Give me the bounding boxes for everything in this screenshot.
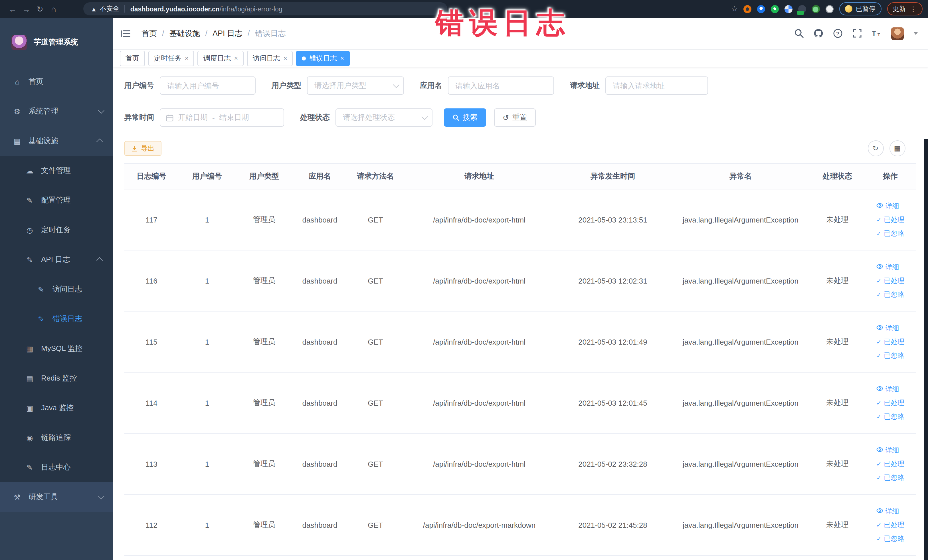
action-detail[interactable]: 详细 xyxy=(876,445,899,455)
extension-icon-3[interactable] xyxy=(771,5,779,13)
close-tab-icon[interactable]: × xyxy=(234,55,238,62)
action-ignored[interactable]: ✓已忽略 xyxy=(876,290,904,299)
sidebar-item-home[interactable]: ⌂首页 xyxy=(0,67,113,96)
cell-method: GET xyxy=(347,311,404,372)
sidebar-item-config-mgmt[interactable]: ✎配置管理 xyxy=(0,185,113,215)
action-detail[interactable]: 详细 xyxy=(876,507,899,516)
tab-调度日志[interactable]: 调度日志× xyxy=(198,50,244,66)
action-processed[interactable]: ✓已处理 xyxy=(876,459,904,469)
action-processed[interactable]: ✓已处理 xyxy=(876,276,904,285)
bookmark-star-icon[interactable]: ☆ xyxy=(731,5,738,13)
extension-icon-7[interactable] xyxy=(826,5,833,13)
column-header: 处理状态 xyxy=(810,163,864,189)
cloud-icon: ☁ xyxy=(25,166,34,175)
address-bar[interactable]: ▲ 不安全 dashboard.yudao.iocoder.cn/infra/l… xyxy=(83,2,447,15)
date-range-picker[interactable]: 开始日期 - 结束日期 xyxy=(160,108,284,127)
home-icon[interactable]: ⌂ xyxy=(47,4,61,14)
close-tab-icon[interactable]: × xyxy=(340,55,344,62)
tab-首页[interactable]: 首页 xyxy=(120,50,145,66)
extension-icon-5[interactable] xyxy=(798,5,806,13)
action-processed[interactable]: ✓已处理 xyxy=(876,215,904,224)
browser-menu-icon[interactable]: ⋮ xyxy=(910,5,917,13)
app-name-input[interactable] xyxy=(448,76,554,95)
action-processed[interactable]: ✓已处理 xyxy=(876,337,904,346)
cell-status: 未处理 xyxy=(810,433,864,494)
action-ignored[interactable]: ✓已忽略 xyxy=(876,351,904,360)
doc-icon: ✎ xyxy=(25,255,34,264)
collapse-sidebar-icon[interactable] xyxy=(120,27,131,39)
action-detail[interactable]: 详细 xyxy=(876,201,899,211)
reload-icon[interactable]: ↻ xyxy=(33,4,47,14)
sidebar-item-trace[interactable]: ◉链路追踪 xyxy=(0,423,113,452)
breadcrumb-item[interactable]: 首页 xyxy=(142,28,157,38)
sidebar-item-access-log[interactable]: ✎访问日志 xyxy=(0,275,113,304)
scrollbar-thumb[interactable] xyxy=(924,139,928,560)
sidebar-item-system-mgmt[interactable]: ⚙系统管理 xyxy=(0,96,113,126)
reset-button[interactable]: ↺ 重置 xyxy=(494,108,536,127)
action-ignored[interactable]: ✓已忽略 xyxy=(876,412,904,421)
sidebar-item-scheduled-jobs[interactable]: ◷定时任务 xyxy=(0,215,113,245)
search-icon[interactable] xyxy=(794,29,804,38)
extension-icon-6[interactable] xyxy=(812,5,820,13)
refresh-button[interactable]: ↻ xyxy=(867,140,884,156)
eye-icon xyxy=(876,446,883,455)
back-icon[interactable]: ← xyxy=(6,4,20,14)
font-size-icon[interactable]: T T xyxy=(872,29,881,38)
action-label: 详细 xyxy=(885,507,899,516)
user-type-select[interactable]: 请选择用户类型 xyxy=(307,76,404,95)
sidebar-item-log-center[interactable]: ✎日志中心 xyxy=(0,452,113,482)
forward-icon[interactable]: → xyxy=(20,4,33,14)
action-ignored[interactable]: ✓已忽略 xyxy=(876,229,904,238)
sidebar-item-label: 日志中心 xyxy=(41,462,71,472)
user-id-input[interactable] xyxy=(160,76,256,95)
cell-status: 未处理 xyxy=(810,189,864,250)
paused-extension-button[interactable]: 已暂停 xyxy=(839,2,881,15)
doc-icon: ✎ xyxy=(37,285,46,293)
request-url-input[interactable] xyxy=(605,76,708,95)
fullscreen-icon[interactable] xyxy=(852,29,862,38)
action-processed[interactable]: ✓已处理 xyxy=(876,520,904,530)
cell-url: /api/infra/db-doc/export-markdown xyxy=(404,494,554,555)
action-ignored[interactable]: ✓已忽略 xyxy=(876,473,904,482)
extension-icon-2[interactable] xyxy=(757,5,765,13)
export-button[interactable]: 导出 xyxy=(124,141,162,156)
process-status-select[interactable]: 请选择处理状态 xyxy=(336,108,432,127)
sidebar-item-api-log[interactable]: ✎API 日志 xyxy=(0,245,113,275)
sidebar-item-java-monitor[interactable]: ▣Java 监控 xyxy=(0,393,113,423)
github-icon[interactable] xyxy=(814,29,823,38)
sidebar-item-label: 首页 xyxy=(29,76,43,87)
doc-icon: ✎ xyxy=(37,315,46,323)
breadcrumb-item[interactable]: 基础设施 xyxy=(169,28,200,38)
column-header: 异常发生时间 xyxy=(554,163,671,189)
sidebar-item-dev-tools[interactable]: ⚒研发工具 xyxy=(0,482,113,512)
extension-icon-1[interactable] xyxy=(743,5,751,13)
close-tab-icon[interactable]: × xyxy=(185,55,189,62)
sidebar-item-infrastructure[interactable]: ▤基础设施 xyxy=(0,126,113,156)
tab-访问日志[interactable]: 访问日志× xyxy=(247,50,293,66)
user-avatar[interactable] xyxy=(891,27,904,40)
sidebar-item-redis-monitor[interactable]: ▤Redis 监控 xyxy=(0,363,113,393)
action-label: 已处理 xyxy=(884,215,904,224)
cell-app_name: dashboard xyxy=(293,250,347,311)
tab-定时任务[interactable]: 定时任务× xyxy=(148,50,194,66)
sidebar-logo-row[interactable]: 芋道管理系统 xyxy=(0,18,113,67)
breadcrumb-item[interactable]: API 日志 xyxy=(212,28,243,38)
action-detail[interactable]: 详细 xyxy=(876,323,899,333)
extension-icon-4[interactable] xyxy=(785,5,792,13)
action-processed[interactable]: ✓已处理 xyxy=(876,398,904,407)
column-settings-button[interactable]: ▦ xyxy=(889,140,905,156)
range-end-placeholder: 结束日期 xyxy=(219,112,249,123)
action-detail[interactable]: 详细 xyxy=(876,384,899,394)
sidebar-item-file-mgmt[interactable]: ☁文件管理 xyxy=(0,156,113,185)
sidebar-item-error-log[interactable]: ✎错误日志 xyxy=(0,304,113,334)
sidebar-item-mysql-monitor[interactable]: ▦MySQL 监控 xyxy=(0,334,113,363)
cell-method: GET xyxy=(347,433,404,494)
close-tab-icon[interactable]: × xyxy=(284,55,287,62)
action-detail[interactable]: 详细 xyxy=(876,262,899,272)
browser-update-button[interactable]: 更新 ⋮ xyxy=(887,2,922,15)
help-icon[interactable]: ? xyxy=(833,29,843,38)
action-ignored[interactable]: ✓已忽略 xyxy=(876,534,904,543)
tab-错误日志[interactable]: 错误日志× xyxy=(296,50,350,66)
user-menu-caret-icon[interactable] xyxy=(913,32,918,35)
search-button[interactable]: 搜索 xyxy=(444,108,486,127)
